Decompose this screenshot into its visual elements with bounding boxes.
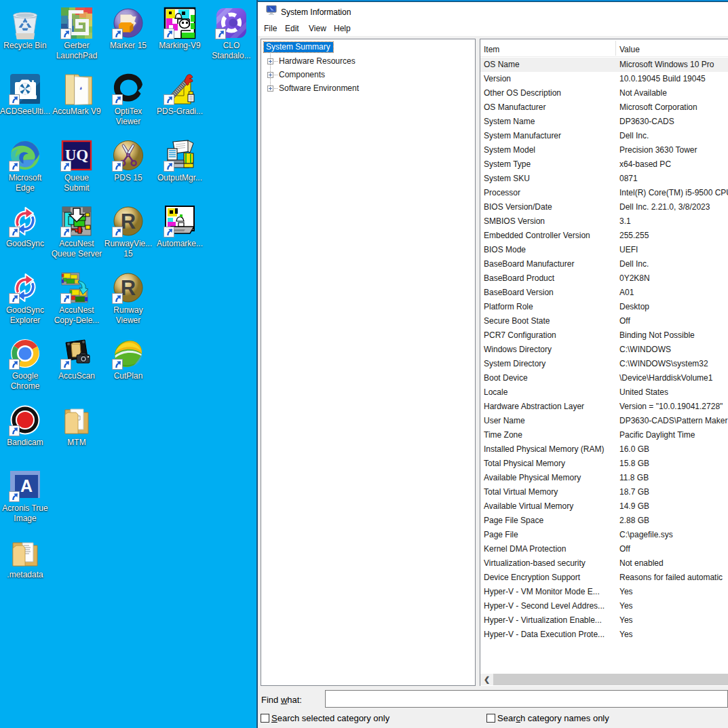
svg-text:R: R [121, 210, 136, 233]
svg-text:R: R [121, 276, 136, 300]
svg-text:A: A [20, 476, 33, 495]
